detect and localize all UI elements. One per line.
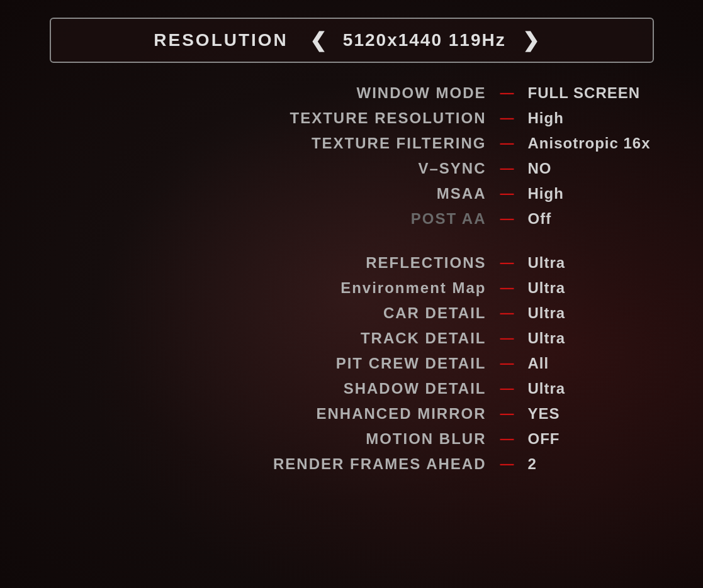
setting-row-car-detail[interactable]: CAR DETAIL — Ultra [50, 301, 654, 326]
setting-name-v-sync: V–SYNC [247, 160, 486, 177]
setting-row-track-detail[interactable]: TRACK DETAIL — Ultra [50, 326, 654, 351]
resolution-bar: RESOLUTION ❮ 5120x1440 119Hz ❯ [50, 18, 654, 63]
setting-row-v-sync[interactable]: V–SYNC — NO [50, 156, 654, 181]
resolution-label: RESOLUTION [154, 30, 288, 50]
setting-name-pit-crew-detail: PIT CREW DETAIL [247, 355, 486, 372]
settings-container: RESOLUTION ❮ 5120x1440 119Hz ❯ WINDOW MO… [0, 0, 703, 588]
setting-row-texture-resolution[interactable]: TEXTURE RESOLUTION — High [50, 106, 654, 131]
separator-motion-blur: — [500, 432, 514, 446]
setting-name-post-aa: POST AA [247, 210, 486, 228]
setting-name-shadow-detail: SHADOW DETAIL [247, 380, 486, 397]
separator-v-sync: — [500, 162, 514, 175]
separator-pit-crew-detail: — [500, 357, 514, 370]
setting-name-track-detail: TRACK DETAIL [247, 330, 486, 347]
separator-render-frames-ahead: — [500, 457, 514, 471]
separator-msaa: — [500, 187, 514, 201]
setting-name-motion-blur: MOTION BLUR [247, 430, 486, 448]
setting-name-enhanced-mirror: ENHANCED MIRROR [247, 405, 486, 423]
setting-value-v-sync: NO [528, 160, 654, 177]
separator-texture-resolution: — [500, 111, 514, 125]
setting-value-environment-map: Ultra [528, 279, 654, 297]
separator-environment-map: — [500, 281, 514, 295]
separator-window-mode: — [500, 86, 514, 100]
separator-texture-filtering: — [500, 136, 514, 150]
setting-name-car-detail: CAR DETAIL [247, 304, 486, 322]
setting-value-motion-blur: OFF [528, 430, 654, 448]
setting-row-post-aa[interactable]: POST AA — Off [50, 206, 654, 231]
resolution-prev-button[interactable]: ❮ [300, 30, 337, 50]
setting-value-texture-filtering: Anisotropic 16x [528, 135, 654, 152]
setting-value-enhanced-mirror: YES [528, 405, 654, 423]
setting-row-shadow-detail[interactable]: SHADOW DETAIL — Ultra [50, 376, 654, 401]
separator-reflections: — [500, 256, 514, 270]
setting-row-pit-crew-detail[interactable]: PIT CREW DETAIL — All [50, 351, 654, 376]
separator-shadow-detail: — [500, 382, 514, 396]
setting-row-enhanced-mirror[interactable]: ENHANCED MIRROR — YES [50, 401, 654, 426]
setting-row-texture-filtering[interactable]: TEXTURE FILTERING — Anisotropic 16x [50, 131, 654, 156]
separator-post-aa: — [500, 212, 514, 226]
setting-row-motion-blur[interactable]: MOTION BLUR — OFF [50, 426, 654, 452]
setting-name-texture-resolution: TEXTURE RESOLUTION [247, 109, 486, 127]
setting-row-reflections[interactable]: REFLECTIONS — Ultra [50, 250, 654, 275]
setting-value-post-aa: Off [528, 210, 654, 228]
setting-row-msaa[interactable]: MSAA — High [50, 181, 654, 206]
setting-value-render-frames-ahead: 2 [528, 455, 654, 473]
setting-value-track-detail: Ultra [528, 330, 654, 347]
spacer-after-post-aa [50, 231, 654, 250]
setting-row-environment-map[interactable]: Environment Map — Ultra [50, 275, 654, 301]
resolution-value: 5120x1440 119Hz [343, 30, 506, 50]
separator-track-detail: — [500, 331, 514, 345]
setting-value-shadow-detail: Ultra [528, 380, 654, 397]
setting-name-reflections: REFLECTIONS [247, 254, 486, 272]
setting-value-msaa: High [528, 185, 654, 202]
setting-value-pit-crew-detail: All [528, 355, 654, 372]
setting-value-reflections: Ultra [528, 254, 654, 272]
setting-row-window-mode[interactable]: WINDOW MODE — FULL SCREEN [50, 80, 654, 106]
setting-value-texture-resolution: High [528, 109, 654, 127]
setting-value-window-mode: FULL SCREEN [528, 84, 654, 102]
setting-row-render-frames-ahead[interactable]: RENDER FRAMES AHEAD — 2 [50, 452, 654, 477]
setting-name-environment-map: Environment Map [247, 279, 486, 297]
setting-name-window-mode: WINDOW MODE [247, 84, 486, 102]
setting-name-render-frames-ahead: RENDER FRAMES AHEAD [247, 455, 486, 473]
separator-car-detail: — [500, 306, 514, 320]
separator-enhanced-mirror: — [500, 407, 514, 421]
settings-list: WINDOW MODE — FULL SCREEN TEXTURE RESOLU… [50, 80, 654, 477]
setting-name-msaa: MSAA [247, 185, 486, 202]
resolution-next-button[interactable]: ❯ [512, 30, 549, 50]
setting-name-texture-filtering: TEXTURE FILTERING [247, 135, 486, 152]
setting-value-car-detail: Ultra [528, 304, 654, 322]
